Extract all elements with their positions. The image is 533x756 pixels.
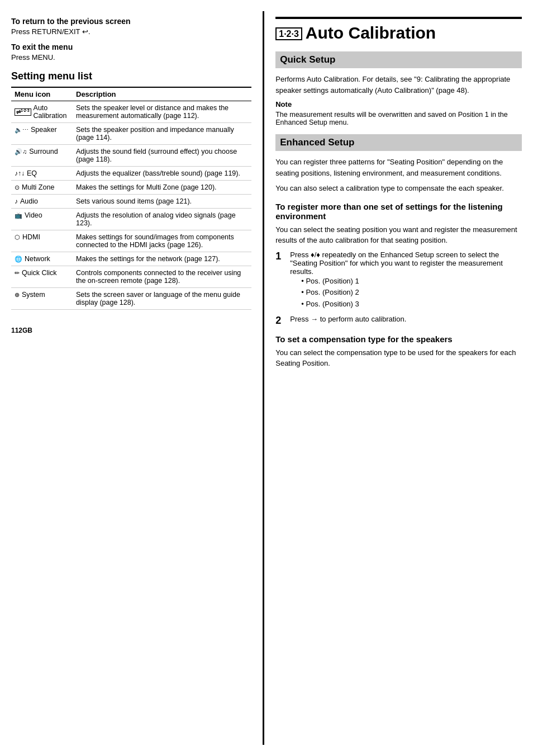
menu-desc: Makes settings for sound/images from com… xyxy=(73,230,251,252)
enhanced-intro2: You can also select a calibration type t… xyxy=(275,183,522,194)
bullet-item: • Pos. (Position) 2 xyxy=(301,287,522,299)
table-row: ⬡HDMIMakes settings for sound/images fro… xyxy=(11,230,251,252)
step2-num: 2 xyxy=(275,315,285,327)
menu-icon: 🔊♫ xyxy=(15,148,27,155)
menu-icon-cell: 🌐Network xyxy=(11,252,73,266)
table-row: ⇌1·2·3AutoCalibrationSets the speaker le… xyxy=(11,101,251,123)
col-menu-icon: Menu icon xyxy=(11,87,73,101)
return-section: To return to the previous screen Press R… xyxy=(11,17,251,36)
bullet-item: • Pos. (Position) 1 xyxy=(301,276,522,287)
table-row: ⊙Multi ZoneMakes the settings for Multi … xyxy=(11,181,251,195)
menu-name: Audio xyxy=(20,197,38,205)
setting-menu-title: Setting menu list xyxy=(11,70,251,82)
step1-num: 1 xyxy=(275,251,285,310)
right-column: 1·2·3Auto Calibration Quick Setup Perfor… xyxy=(263,11,522,745)
menu-desc: Adjusts the equalizer (bass/treble sound… xyxy=(73,167,251,181)
menu-name: Surround xyxy=(29,148,58,155)
table-row: ⊕SystemSets the screen saver or language… xyxy=(11,288,251,310)
table-row: 📺VideoAdjusts the resolution of analog v… xyxy=(11,209,251,230)
table-row: ♪↑↓EQAdjusts the equalizer (bass/treble … xyxy=(11,167,251,181)
menu-icon-cell: ⇌1·2·3AutoCalibration xyxy=(11,101,73,123)
menu-name: Quick Click xyxy=(22,269,57,277)
page-title: 1·2·3Auto Calibration xyxy=(275,23,522,42)
step1: 1 Press ♦/♦ repeatedly on the Enhanced S… xyxy=(275,251,522,310)
menu-icon-cell: ♪Audio xyxy=(11,195,73,209)
menu-icon: ✏ xyxy=(15,270,20,277)
menu-icon-cell: 🔊♫Surround xyxy=(11,145,73,167)
return-title: To return to the previous screen xyxy=(11,17,251,26)
enhanced-setup-box: Enhanced Setup xyxy=(275,134,522,151)
menu-icon: ⬡ xyxy=(15,234,20,241)
menu-name: HDMI xyxy=(22,233,40,241)
menu-name: EQ xyxy=(27,169,37,177)
menu-table: Menu icon Description ⇌1·2·3AutoCalibrat… xyxy=(11,87,251,310)
menu-icon-cell: ♪↑↓EQ xyxy=(11,167,73,181)
menu-desc: Sets the speaker level or distance and m… xyxy=(73,101,251,123)
page-number: 112GB xyxy=(11,327,251,334)
menu-desc: Sets various sound items (page 121). xyxy=(73,195,251,209)
quick-setup-box: Quick Setup xyxy=(275,51,522,68)
menu-name: AutoCalibration xyxy=(34,104,67,120)
subsection2-text: You can select the compensation type to … xyxy=(275,347,522,369)
page: To return to the previous screen Press R… xyxy=(0,0,533,756)
note-text: The measurement results will be overwrit… xyxy=(275,111,522,126)
table-row: 🌐NetworkMakes the settings for the netwo… xyxy=(11,252,251,266)
menu-desc: Sets the speaker position and impedance … xyxy=(73,123,251,145)
setting-menu-section: Setting menu list Menu icon Description … xyxy=(11,70,251,310)
menu-desc: Adjusts the resolution of analog video s… xyxy=(73,209,251,230)
menu-icon: ♪ xyxy=(15,197,18,205)
subsection1-text: You can select the seating position you … xyxy=(275,224,522,246)
menu-icon-cell: ⊕System xyxy=(11,288,73,310)
exit-title: To exit the menu xyxy=(11,42,251,51)
left-column: To return to the previous screen Press R… xyxy=(11,11,263,745)
exit-text: Press MENU. xyxy=(11,53,251,62)
table-row: 🔊♫SurroundAdjusts the sound field (surro… xyxy=(11,145,251,167)
enhanced-setup-heading: Enhanced Setup xyxy=(280,137,517,148)
subsection2-title: To set a compensation type for the speak… xyxy=(275,334,522,344)
menu-icon: ⇌1·2·3 xyxy=(15,108,31,115)
step2-text: Press → to perform auto calibration. xyxy=(290,315,406,327)
table-row: ✏Quick ClickControls components connecte… xyxy=(11,266,251,288)
table-row: ♪AudioSets various sound items (page 121… xyxy=(11,195,251,209)
menu-icon-cell: ✏Quick Click xyxy=(11,266,73,288)
col-description: Description xyxy=(73,87,251,101)
title-icon: 1·2·3 xyxy=(275,27,302,40)
menu-name: System xyxy=(22,291,45,299)
menu-name: Video xyxy=(25,211,42,219)
exit-section: To exit the menu Press MENU. xyxy=(11,42,251,62)
menu-name: Speaker xyxy=(31,126,57,134)
page-title-bar: 1·2·3Auto Calibration xyxy=(275,17,522,42)
menu-icon-cell: 🔈⋯Speaker xyxy=(11,123,73,145)
return-text: Press RETURN/EXIT ↩. xyxy=(11,27,251,36)
menu-icon: ⊙ xyxy=(15,184,20,191)
step1-text: Press ♦/♦ repeatedly on the Enhanced Set… xyxy=(290,251,503,276)
menu-name: Network xyxy=(25,255,50,263)
enhanced-intro1: You can register three patterns for "Sea… xyxy=(275,157,522,178)
quick-setup-heading: Quick Setup xyxy=(280,54,517,65)
menu-desc: Makes the settings for Multi Zone (page … xyxy=(73,181,251,195)
menu-icon: ⊕ xyxy=(15,291,20,299)
menu-icon: 🔈⋯ xyxy=(15,126,28,134)
menu-icon-cell: ⬡HDMI xyxy=(11,230,73,252)
menu-desc: Controls components connected to the rec… xyxy=(73,266,251,288)
menu-desc: Makes the settings for the network (page… xyxy=(73,252,251,266)
table-row: 🔈⋯SpeakerSets the speaker position and i… xyxy=(11,123,251,145)
bullet-item: • Pos. (Position) 3 xyxy=(301,299,522,310)
subsection1-title: To register more than one set of setting… xyxy=(275,202,522,221)
menu-icon-cell: 📺Video xyxy=(11,209,73,230)
menu-desc: Sets the screen saver or language of the… xyxy=(73,288,251,310)
menu-icon-cell: ⊙Multi Zone xyxy=(11,181,73,195)
menu-desc: Adjusts the sound field (surround effect… xyxy=(73,145,251,167)
title-text: Auto Calibration xyxy=(306,23,436,42)
step2: 2 Press → to perform auto calibration. xyxy=(275,315,522,327)
menu-icon: 🌐 xyxy=(15,256,22,263)
bullet-list: • Pos. (Position) 1• Pos. (Position) 2• … xyxy=(301,276,522,310)
menu-name: Multi Zone xyxy=(22,183,54,191)
quick-setup-text: Performs Auto Calibration. For details, … xyxy=(275,74,522,96)
menu-icon: ♪↑↓ xyxy=(15,169,25,177)
menu-icon: 📺 xyxy=(15,212,22,219)
note-title: Note xyxy=(275,100,522,108)
